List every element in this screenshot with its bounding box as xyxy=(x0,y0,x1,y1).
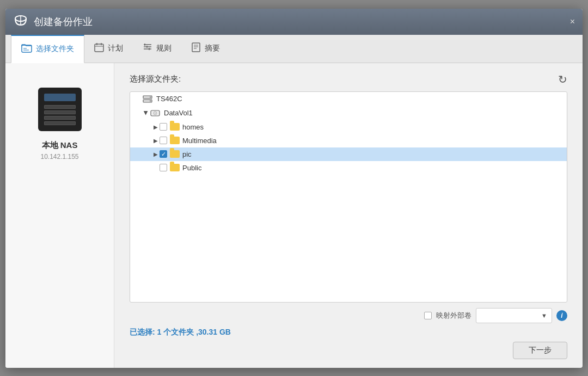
tab-schedule-label: 计划 xyxy=(108,44,123,53)
map-label: 映射外部卷 xyxy=(436,311,471,320)
nas-drive-4 xyxy=(44,121,76,125)
folder-name-public: Public xyxy=(182,164,201,172)
titlebar-icon xyxy=(13,14,28,29)
section-header: 选择源文件夹: ↻ xyxy=(130,74,567,85)
checkbox-multimedia[interactable] xyxy=(160,137,167,144)
map-checkbox[interactable] xyxy=(424,312,432,319)
folder-icon-public xyxy=(170,164,180,171)
main-content: 本地 NAS 10.142.1.155 选择源文件夹: ↻ xyxy=(5,63,583,368)
refresh-button[interactable]: ↻ xyxy=(558,74,567,85)
folder-name-homes: homes xyxy=(182,123,204,131)
server-name: TS462C xyxy=(156,95,182,103)
folder-icon-pic xyxy=(170,150,180,158)
file-tree[interactable]: TS462C ▶ DataVol1 ▶ xyxy=(130,91,567,303)
action-row: 下一步 xyxy=(130,342,567,359)
main-window: 创建备份作业 × 选择文件夹 计划 xyxy=(5,9,583,368)
next-button[interactable]: 下一步 xyxy=(513,342,567,359)
selected-summary: 已选择: 1 个文件夹 ,30.31 GB xyxy=(130,328,231,336)
window-title: 创建备份作业 xyxy=(34,15,93,28)
close-button[interactable]: × xyxy=(570,17,575,26)
sidebar: 本地 NAS 10.142.1.155 xyxy=(5,63,114,368)
tab-summary-label: 摘要 xyxy=(205,44,220,53)
folder-name-multimedia: Multimedia xyxy=(182,137,217,145)
tree-item-public[interactable]: Public xyxy=(130,161,567,175)
bottom-bar: 映射外部卷 ▼ i 已选择: 1 个文件夹 ,30.31 GB 下一步 xyxy=(130,308,567,359)
volume-name: DataVol1 xyxy=(164,109,193,117)
svg-rect-3 xyxy=(95,44,103,52)
tree-item-homes[interactable]: ▶ homes xyxy=(130,120,567,134)
expand-arrow-pic[interactable]: ▶ xyxy=(152,151,160,157)
rules-tab-icon xyxy=(143,42,152,55)
section-title: 选择源文件夹: xyxy=(130,74,181,84)
nas-ip: 10.142.1.155 xyxy=(40,153,78,161)
disk-icon xyxy=(150,109,161,118)
nas-drive-3 xyxy=(44,116,76,120)
svg-point-20 xyxy=(150,100,151,101)
folder-icon-homes xyxy=(170,123,180,131)
checkbox-public[interactable] xyxy=(160,164,167,171)
svg-point-23 xyxy=(155,113,156,114)
expand-arrow-multimedia[interactable]: ▶ xyxy=(152,138,160,144)
tab-select-folder-label: 选择文件夹 xyxy=(36,44,74,54)
folder-icon-multimedia xyxy=(170,137,180,144)
tree-item-server[interactable]: TS462C xyxy=(130,92,567,106)
info-icon[interactable]: i xyxy=(556,310,567,321)
right-panel: 选择源文件夹: ↻ TS462C xyxy=(114,63,583,368)
nas-screen xyxy=(44,94,76,101)
tab-schedule[interactable]: 计划 xyxy=(84,35,133,63)
server-icon xyxy=(142,95,153,103)
svg-rect-13 xyxy=(192,43,200,52)
tree-item-pic[interactable]: ▶ ✓ pic xyxy=(130,147,567,161)
nas-drive-2 xyxy=(44,110,76,114)
dropdown-arrow-icon: ▼ xyxy=(541,312,547,319)
tabs-bar: 选择文件夹 计划 xyxy=(5,35,583,63)
checkbox-pic[interactable]: ✓ xyxy=(160,150,167,158)
calendar-tab-icon xyxy=(94,42,104,55)
nas-label: 本地 NAS xyxy=(42,140,78,151)
expand-arrow-homes[interactable]: ▶ xyxy=(152,124,160,130)
nas-drive-1 xyxy=(44,105,76,109)
selected-count: 1 个文件夹 ,30.31 GB xyxy=(157,328,231,336)
selected-info: 已选择: 1 个文件夹 ,30.31 GB xyxy=(130,328,567,337)
nas-device-icon xyxy=(38,88,82,131)
expand-arrow-volume[interactable]: ▶ xyxy=(143,109,149,117)
tab-rules-label: 规则 xyxy=(156,44,171,53)
map-row: 映射外部卷 ▼ i xyxy=(130,308,567,323)
map-dropdown[interactable]: ▼ xyxy=(476,308,552,323)
tree-item-multimedia[interactable]: ▶ Multimedia xyxy=(130,134,567,147)
nas-image xyxy=(35,85,84,134)
svg-point-18 xyxy=(150,96,151,97)
tab-summary[interactable]: 摘要 xyxy=(181,35,230,63)
folder-tab-icon xyxy=(21,43,32,56)
titlebar: 创建备份作业 × xyxy=(5,9,583,35)
tree-item-volume[interactable]: ▶ DataVol1 xyxy=(130,106,567,120)
folder-name-pic: pic xyxy=(182,150,192,158)
summary-tab-icon xyxy=(191,42,201,55)
tab-rules[interactable]: 规则 xyxy=(133,35,181,63)
tab-select-folder[interactable]: 选择文件夹 xyxy=(11,35,84,63)
checkbox-homes[interactable] xyxy=(160,123,167,131)
